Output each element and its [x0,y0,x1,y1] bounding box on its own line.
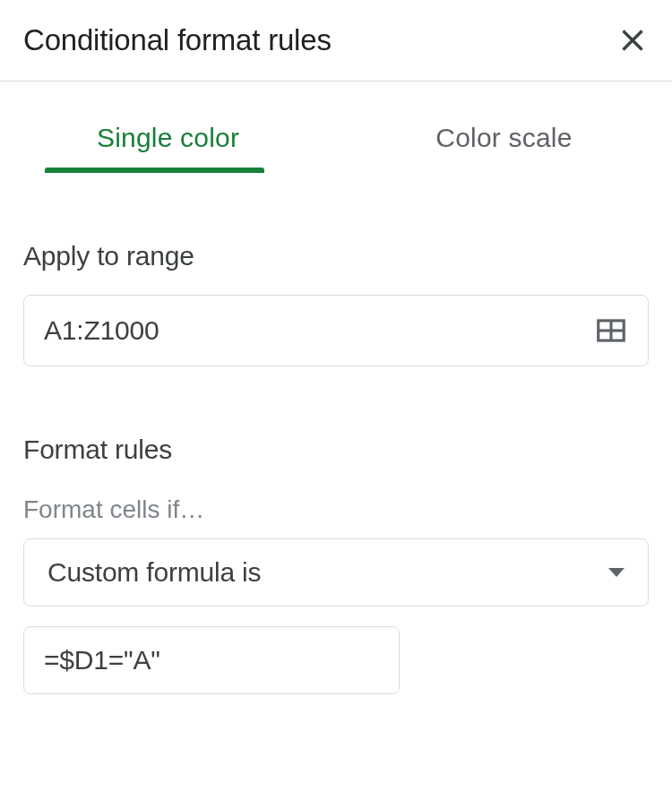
range-input[interactable] [44,315,594,346]
tab-single-color[interactable]: Single color [0,94,336,173]
tabs-container: Single color Color scale [0,94,672,173]
chevron-down-icon [608,568,625,577]
condition-dropdown-label: Custom formula is [47,557,261,588]
apply-to-range-title: Apply to range [23,241,649,271]
header-divider [0,81,672,82]
tab-single-color-label: Single color [97,123,239,152]
format-rules-title: Format rules [23,434,649,465]
apply-to-range-section: Apply to range [0,241,672,366]
condition-dropdown[interactable]: Custom formula is [23,538,649,606]
close-icon [616,24,649,56]
tab-color-scale-label: Color scale [435,123,572,152]
grid-icon [594,314,628,348]
format-cells-if-label: Format cells if… [23,495,649,524]
panel-header: Conditional format rules [0,0,672,81]
tab-color-scale[interactable]: Color scale [336,94,672,173]
formula-input-container [23,626,400,694]
formula-input[interactable] [44,645,379,675]
range-input-container [23,295,649,366]
close-button[interactable] [616,24,649,56]
format-rules-section: Format rules Format cells if… Custom for… [0,434,672,694]
panel-title: Conditional format rules [23,23,332,57]
select-range-button[interactable] [594,314,628,348]
